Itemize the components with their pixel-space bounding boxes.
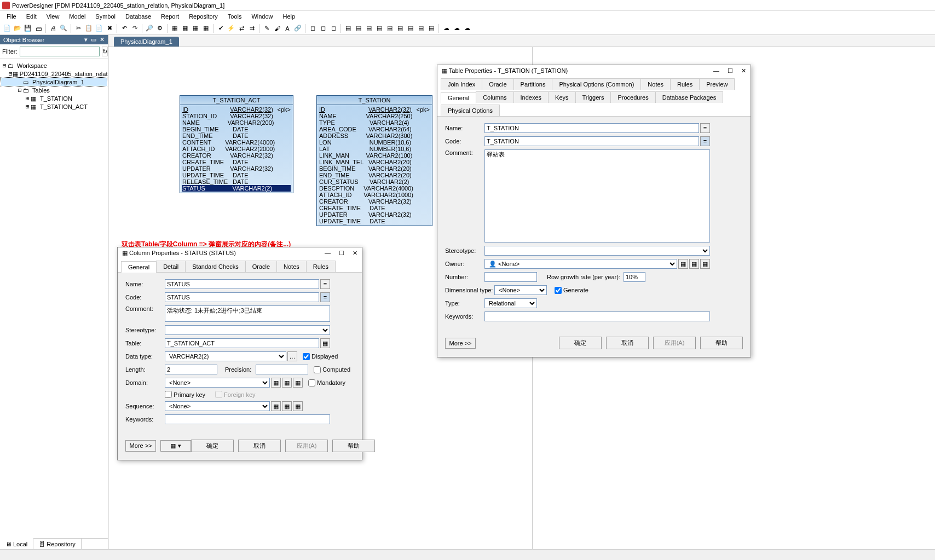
col-table-input[interactable] (165, 338, 319, 348)
col-code-input[interactable] (165, 292, 319, 302)
erd-column[interactable]: BEGIN_TIMEDATE (182, 126, 291, 132)
col-length-input[interactable] (165, 365, 217, 374)
tb-find[interactable]: 🔎 (145, 24, 154, 33)
menu-help[interactable]: Help (279, 12, 300, 21)
tb-cloud2[interactable]: ☁ (452, 24, 461, 33)
tbl-number-input[interactable] (484, 272, 537, 282)
col-comment-input[interactable]: 活动状态: 1未开始;2进行中;3已结束 (165, 305, 330, 322)
tb-text[interactable]: A (282, 24, 292, 33)
erd-column[interactable]: LONNUMBER(10,6) (319, 139, 430, 146)
tree-pdm[interactable]: PD241109_220405_station_relation * (20, 71, 108, 77)
tb-pencil[interactable]: ✎ (262, 24, 272, 33)
close-icon[interactable]: ✕ (741, 67, 746, 74)
tree-t-station[interactable]: T_STATION (40, 95, 72, 102)
tbl-tab-dbpackages[interactable]: Database Packages (655, 91, 723, 103)
owner-btn3[interactable]: ▦ (700, 259, 710, 269)
erd-column[interactable]: TYPEVARCHAR2(4) (319, 119, 430, 126)
menu-database[interactable]: Database (121, 12, 155, 21)
tb-diag4[interactable]: ▦ (201, 24, 211, 33)
minimize-icon[interactable]: — (713, 67, 719, 74)
tbl-help-button[interactable]: 帮助 (700, 337, 743, 349)
tree-t-station-act[interactable]: T_STATION_ACT (40, 103, 88, 110)
col-apply-button[interactable]: 应用(A) (285, 440, 328, 452)
tree[interactable]: ⊟🗀Workspace ⊟▦PD241109_220405_station_re… (0, 59, 108, 538)
erd-column[interactable]: LATNUMBER(10,6) (319, 146, 430, 152)
erd-column[interactable]: DESCPTIONVARCHAR2(4000) (319, 185, 430, 192)
tbl-comment-input[interactable]: 驿站表 (484, 149, 710, 243)
tb-gen[interactable]: ⚡ (226, 24, 236, 33)
col-cancel-button[interactable]: 取消 (238, 440, 281, 452)
erd-column[interactable]: END_TIMEDATE (182, 132, 291, 139)
erd-column[interactable]: CREATE_TIMEDATE (182, 159, 291, 165)
browser-tab-local[interactable]: 🖥Local (0, 538, 33, 549)
tb-new[interactable]: 📄 (2, 24, 12, 33)
tb-db9[interactable]: ▤ (426, 24, 436, 33)
erd-column[interactable]: CONTENTVARCHAR2(4000) (182, 139, 291, 146)
tbl-ok-button[interactable]: 确定 (559, 337, 602, 349)
tb-diag1[interactable]: ▦ (170, 24, 180, 33)
owner-btn1[interactable]: ▦ (678, 259, 688, 269)
col-domain-select[interactable]: <None> (165, 378, 270, 388)
seq-btn2[interactable]: ▦ (282, 401, 292, 411)
col-sequence-select[interactable]: <None> (165, 401, 270, 411)
erd-column[interactable]: NAMEVARCHAR2(250) (319, 113, 430, 119)
tb-db6[interactable]: ▤ (395, 24, 405, 33)
col-precision-input[interactable] (256, 365, 308, 374)
tb-delete[interactable]: ✖ (105, 24, 114, 33)
tbl-tab-indexes[interactable]: Indexes (513, 91, 549, 103)
erd-table-station[interactable]: T_STATION IDVARCHAR2(32)<pk>NAMEVARCHAR2… (316, 95, 432, 226)
erd-column[interactable]: UPDATE_TIMEDATE (182, 172, 291, 178)
tbl-tab-preview[interactable]: Preview (699, 78, 735, 90)
chk-computed[interactable] (314, 366, 321, 373)
dtype-browse-button[interactable]: … (287, 351, 297, 361)
owner-btn2[interactable]: ▦ (689, 259, 699, 269)
browser-tab-repo[interactable]: 🗄Repository (33, 539, 82, 549)
menu-model[interactable]: Model (65, 12, 90, 21)
col-stereotype-select[interactable] (165, 325, 330, 335)
tbl-apply-button[interactable]: 应用(A) (653, 337, 696, 349)
diagram-canvas[interactable]: 双击表Table/字段Column => 弹窗展示对应的内容(备注...) T_… (108, 47, 935, 549)
col-tab-rules[interactable]: Rules (306, 261, 336, 272)
maximize-icon[interactable]: ☐ (728, 67, 733, 74)
browser-pin-icon[interactable]: ▭ (91, 36, 96, 43)
tbl-tab-triggers[interactable]: Triggers (575, 91, 611, 103)
col-datatype-select[interactable]: VARCHAR2(2) (165, 351, 286, 361)
filter-input[interactable] (20, 47, 100, 56)
tb-check[interactable]: ✔ (216, 24, 226, 33)
menu-file[interactable]: File (2, 12, 21, 21)
tbl-tab-physopt[interactable]: Physical Options (441, 105, 500, 116)
chk-generate[interactable] (555, 287, 562, 294)
erd-column[interactable]: UPDATERVARCHAR2(32) (319, 211, 430, 218)
erd-column[interactable]: UPDATERVARCHAR2(32) (182, 165, 291, 172)
chk-displayed[interactable] (303, 353, 310, 360)
col-tab-general[interactable]: General (121, 261, 157, 273)
tb-preview[interactable]: 🔍 (59, 24, 68, 33)
tbl-owner-select[interactable]: 👤 <None> (484, 259, 677, 269)
menu-tools[interactable]: Tools (223, 12, 246, 21)
col-tab-detail[interactable]: Detail (156, 261, 186, 272)
tb-print[interactable]: 🖨 (48, 24, 58, 33)
tb-redo[interactable]: ↷ (130, 24, 140, 33)
tb-db5[interactable]: ▤ (385, 24, 395, 33)
chk-pk[interactable] (165, 391, 172, 398)
col-tab-notes[interactable]: Notes (276, 261, 307, 272)
tb-db8[interactable]: ▤ (416, 24, 426, 33)
tb-cut[interactable]: ✂ (73, 24, 83, 33)
col-ok-button[interactable]: 确定 (191, 440, 234, 452)
tb-zoom2[interactable]: ◻ (318, 24, 328, 33)
tbl-type-select[interactable]: Relational (484, 298, 537, 308)
erd-column[interactable]: BEGIN_TIMEVARCHAR2(20) (319, 165, 430, 172)
tbl-code-input[interactable] (484, 136, 699, 146)
tb-cloud3[interactable]: ☁ (462, 24, 472, 33)
menu-symbol[interactable]: Symbol (91, 12, 120, 21)
tb-db2[interactable]: ▤ (354, 24, 363, 33)
erd-column[interactable]: CREATE_TIMEDATE (319, 205, 430, 211)
tb-zoom1[interactable]: ◻ (308, 24, 318, 33)
table-browse-button[interactable]: ▦ (320, 338, 330, 348)
chk-mandatory[interactable] (308, 379, 315, 386)
tcode-eq-button[interactable]: = (700, 136, 710, 146)
name-eq-button[interactable]: = (320, 279, 330, 289)
col-keywords-input[interactable] (165, 414, 330, 424)
menu-repository[interactable]: Repository (184, 12, 222, 21)
tb-brush[interactable]: 🖌 (272, 24, 282, 33)
